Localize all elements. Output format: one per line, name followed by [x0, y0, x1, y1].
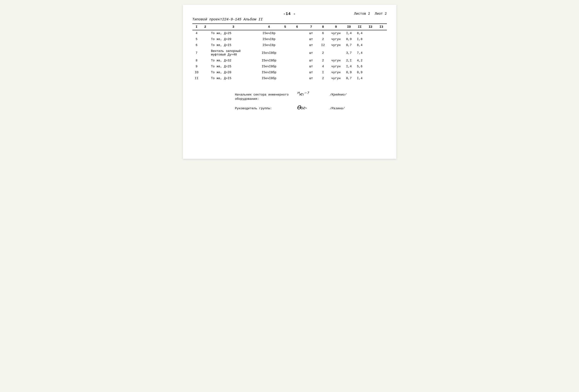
cell-col10: I,4: [344, 63, 354, 69]
cell-col12: [365, 75, 376, 81]
table-header-row: I 2 3 4 5 6 7 8 9 IO II I2 I3: [192, 24, 387, 30]
cell-col13: [376, 63, 387, 69]
cell-col10: 0,7: [344, 42, 354, 48]
document-page: -14 - Листов 2 Лиот 2 Типовой проект224-…: [183, 5, 396, 159]
cell-col7: шт: [304, 36, 318, 42]
cell-col2: [201, 69, 210, 75]
cell-col7: шт: [304, 30, 318, 36]
sig-role-1: Начальник сектора инженерного оборудован…: [235, 93, 292, 101]
cell-col1: 4: [192, 30, 201, 36]
cell-col2: [201, 48, 210, 57]
cell-col3: Вентиль запорный муфтовый Ду=40: [210, 48, 257, 57]
cell-col11: 5,6: [354, 63, 365, 69]
cell-col6: [290, 30, 304, 36]
cell-col7: шт: [304, 57, 318, 63]
cell-col2: [201, 75, 210, 81]
cell-col8: 6: [318, 30, 329, 36]
cell-col5: [281, 36, 290, 42]
cell-col9: чугун: [328, 69, 344, 75]
col-header-4: 4: [257, 24, 281, 30]
cell-col6: [290, 36, 304, 42]
cell-col11: 8,4: [354, 30, 365, 36]
main-table: I 2 3 4 5 6 7 8 9 IO II I2 I3 4То же, Д=…: [192, 23, 387, 81]
cell-col4: I5кчI8р: [257, 30, 281, 36]
table-row: 5То же, Д=20I5кчI8ршт2чугун0,9I,8: [192, 36, 387, 42]
cell-col11: I,8: [354, 36, 365, 42]
cell-col10: 3,7: [344, 48, 354, 57]
cell-col12: [365, 36, 376, 42]
cell-col9: чугун: [328, 63, 344, 69]
cell-col12: [365, 48, 376, 57]
cell-col3: То же, Д=20: [210, 36, 257, 42]
cell-col4: I5кчI8бр: [257, 63, 281, 69]
col-header-2: 2: [201, 24, 210, 30]
cell-col6: [290, 42, 304, 48]
col-header-5: 5: [281, 24, 290, 30]
cell-col9: чугун: [328, 30, 344, 36]
col-header-7: 7: [304, 24, 318, 30]
cell-col4: I5кчI8бр: [257, 48, 281, 57]
cell-col3: То же, Д=32: [210, 57, 257, 63]
cell-col8: I: [318, 69, 329, 75]
table-row: 7Вентиль запорный муфтовый Ду=40I5кчI8бр…: [192, 48, 387, 57]
cell-col1: 6: [192, 42, 201, 48]
cell-col9: чугун: [328, 57, 344, 63]
cell-col2: [201, 57, 210, 63]
signatures: Начальник сектора инженерного оборудован…: [235, 91, 387, 111]
cell-col4: I5кчI8р: [257, 36, 281, 42]
cell-col11: 4,2: [354, 57, 365, 63]
col-header-3: 3: [210, 24, 257, 30]
cell-col1: 5: [192, 36, 201, 42]
cell-col9: [328, 48, 344, 57]
col-header-11: II: [354, 24, 365, 30]
cell-col5: [281, 48, 290, 57]
col-header-8: 8: [318, 24, 329, 30]
cell-col2: [201, 63, 210, 69]
cell-col4: I5кчI8бр: [257, 57, 281, 63]
cell-col10: 0,7: [344, 75, 354, 81]
cell-col4: I5кчI8р: [257, 42, 281, 48]
cell-col7: шт: [304, 75, 318, 81]
sig-role-2: Руководитель группы:: [235, 107, 292, 111]
cell-col13: [376, 75, 387, 81]
col-header-13: I3: [376, 24, 387, 30]
cell-col5: [281, 57, 290, 63]
cell-col2: [201, 30, 210, 36]
sig-name-1: /Крейнио/: [330, 93, 347, 97]
cell-col7: шт: [304, 42, 318, 48]
cell-col8: 2: [318, 75, 329, 81]
col-header-10: IO: [344, 24, 354, 30]
cell-col6: [290, 75, 304, 81]
cell-col8: 2: [318, 48, 329, 57]
listov-label: Листов 2: [354, 12, 370, 16]
table-row: IIТо же, Д=I5I5кчI8бршт2чугун0,7I,4: [192, 75, 387, 81]
cell-col13: [376, 42, 387, 48]
cell-col3: То же, Д=I5: [210, 42, 257, 48]
sig-script-1: ᴴᵣeᵢ⁻⁷: [297, 91, 325, 97]
sheet-info: Листов 2 Лиот 2: [354, 12, 387, 16]
cell-col4: I5кчI8бр: [257, 69, 281, 75]
cell-col12: [365, 42, 376, 48]
cell-col1: II: [192, 75, 201, 81]
cell-col5: [281, 75, 290, 81]
table-row: 8То же, Д=32I5кчI8бршт2чугун2,I4,2: [192, 57, 387, 63]
table-row: IOТо же, Д=20I5кчI8брштIчугун0,90,9: [192, 69, 387, 75]
cell-col9: чугун: [328, 75, 344, 81]
cell-col7: шт: [304, 63, 318, 69]
cell-col7: шт: [304, 48, 318, 57]
cell-col13: [376, 69, 387, 75]
cell-col3: То же, Д=25: [210, 30, 257, 36]
document-title: Типовой проект224-9-145 Альбом II: [192, 17, 387, 22]
cell-col7: шт: [304, 69, 318, 75]
cell-col6: [290, 69, 304, 75]
cell-col12: [365, 57, 376, 63]
cell-col1: IO: [192, 69, 201, 75]
cell-col8: I2: [318, 42, 329, 48]
cell-col1: 9: [192, 63, 201, 69]
cell-col9: чугун: [328, 42, 344, 48]
cell-col6: [290, 48, 304, 57]
cell-col6: [290, 63, 304, 69]
cell-col10: 0,9: [344, 69, 354, 75]
cell-col13: [376, 57, 387, 63]
col-header-9: 9: [328, 24, 344, 30]
